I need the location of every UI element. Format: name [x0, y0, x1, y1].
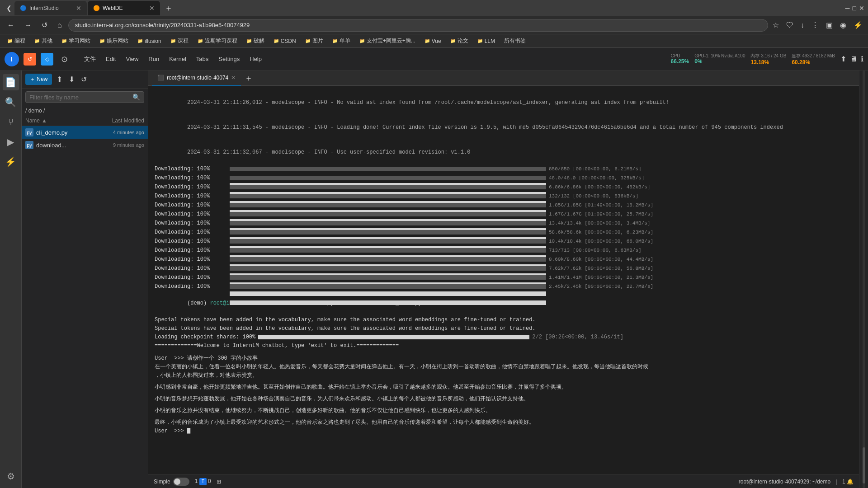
menu-dots-icon[interactable]: ⋮: [810, 19, 821, 31]
scrollbar-track[interactable]: [863, 70, 865, 488]
bookmark-label: 近期学习课程: [205, 37, 237, 45]
bookmark-item[interactable]: 📁 Vue: [421, 37, 445, 45]
file-item-cli-demo[interactable]: py cli_demo.py 4 minutes ago: [22, 126, 148, 139]
terminal-tab-close[interactable]: ✕: [231, 75, 236, 81]
add-terminal-button[interactable]: ＋: [241, 73, 256, 84]
terminal-user-input: User >>> 请创作一个 300 字的小故事: [155, 354, 853, 362]
nav-home-button[interactable]: ⌂: [54, 19, 66, 31]
bookmark-label: 学习网站: [69, 37, 90, 45]
terminal-output-2: Special tokens have been added in the vo…: [155, 324, 853, 333]
terminal-content: 2024-03-31 21:11:26,012 - modelscope - I…: [148, 86, 859, 474]
upload-icon[interactable]: ⬆: [840, 55, 846, 63]
storage-status: 显存 4932 / 8182 MiB 60.28%: [792, 53, 835, 66]
new-tab-button[interactable]: ＋: [161, 1, 176, 15]
tab-nav-back[interactable]: ❮: [4, 3, 14, 14]
bookmark-label: CSDN: [281, 38, 296, 44]
bookmark-label: 课程: [178, 37, 189, 45]
tab-close-webide[interactable]: ✕: [149, 5, 155, 12]
bookmark-label: 论文: [458, 37, 468, 45]
new-file-button[interactable]: ＋ New: [25, 74, 52, 85]
address-bar[interactable]: [68, 19, 768, 32]
file-icon-py: py: [25, 128, 33, 136]
status-notifications: 1: [842, 479, 845, 485]
bookmark-item[interactable]: 📁 其他: [31, 36, 56, 46]
info-icon[interactable]: ℹ: [861, 55, 863, 63]
download-icon[interactable]: ↓: [799, 19, 806, 31]
tab-webide[interactable]: 🟠 WebIDE ✕: [88, 1, 160, 15]
shield-icon[interactable]: 🛡: [784, 19, 795, 31]
menu-settings[interactable]: Settings: [214, 54, 244, 64]
download-button[interactable]: ⬇: [67, 73, 76, 85]
sidebar: ＋ New ⬆ ⬇ ↺ 🔍 / demo / Name ▲ Last Mod: [22, 70, 148, 488]
file-item-download[interactable]: py download... 9 minutes ago: [22, 139, 148, 151]
window-minimize[interactable]: ─: [845, 5, 850, 12]
menu-tabs[interactable]: Tabs: [192, 54, 213, 64]
bookmark-item[interactable]: 📁 近期学习课程: [194, 36, 241, 46]
ide-logo-intern: I: [5, 52, 19, 66]
tab-close-internstudie[interactable]: ✕: [76, 5, 81, 12]
menu-view[interactable]: View: [121, 54, 143, 64]
bookmark-item[interactable]: 📁 课程: [167, 36, 192, 46]
mode-toggle[interactable]: Simple: [154, 478, 189, 486]
bookmark-label: 支付宝+阿里云+腾...: [367, 37, 415, 45]
mode-label: Simple: [154, 479, 170, 485]
menu-edit[interactable]: Edit: [101, 54, 120, 64]
upload-button[interactable]: ⬆: [55, 73, 64, 85]
activity-source[interactable]: ⑂: [3, 114, 19, 130]
status-right: root@intern-studio-40074929: ~/demo | 1 …: [739, 479, 854, 485]
scrollbar-thumb[interactable]: [863, 447, 865, 483]
bookmark-label: 图片: [312, 37, 323, 45]
activity-extensions[interactable]: ⚡: [3, 154, 19, 170]
column-name[interactable]: Name ▲: [25, 117, 85, 124]
bookmarks-bar: 📁 编程 📁 其他 📁 学习网站 📁 娱乐网站 📁 illusion 📁 课程 …: [0, 34, 868, 48]
bookmark-item[interactable]: 📁 娱乐网站: [96, 36, 132, 46]
window-close[interactable]: ✕: [859, 5, 864, 12]
sidebar-toggle-icon[interactable]: ▣: [824, 19, 835, 31]
bookmark-item[interactable]: 📁 图片: [302, 36, 327, 46]
nav-refresh-button[interactable]: ↺: [38, 19, 51, 31]
refresh-button[interactable]: ↺: [79, 73, 89, 85]
main-content: ⬛ root@intern-studio-40074 ✕ ＋ 2024-03-3…: [148, 70, 859, 488]
terminal-tab-main[interactable]: ⬛ root@intern-studio-40074 ✕: [152, 70, 241, 86]
breadcrumb-text: / demo /: [25, 108, 45, 114]
ide-status-bar: Simple 1 T 0 ⊞ root@intern-studio-4007: [148, 474, 859, 488]
file-modified: 4 minutes ago: [85, 130, 144, 135]
filter-input[interactable]: [29, 94, 130, 101]
cpu-status: CPU 66.25%: [670, 53, 689, 65]
nav-forward-button[interactable]: →: [21, 19, 35, 31]
bookmark-item[interactable]: 📁 CSDN: [270, 37, 300, 45]
bookmark-label: 单单: [340, 37, 350, 45]
menu-run[interactable]: Run: [144, 54, 164, 64]
menu-kernel[interactable]: Kernel: [165, 54, 191, 64]
bookmark-all[interactable]: 所有书签: [500, 36, 529, 46]
bookmark-item[interactable]: 📁 单单: [329, 36, 354, 46]
gpu-label: GPU-1: 10% Nvidia A100: [694, 53, 745, 58]
status-icon-grid: ⊞: [217, 479, 221, 485]
profile-icon[interactable]: ◉: [838, 19, 848, 31]
bookmark-item[interactable]: 📁 破解: [243, 36, 268, 46]
search-icon: 🔍: [132, 94, 140, 101]
menu-file[interactable]: 文件: [80, 53, 100, 65]
bookmark-item[interactable]: 📁 支付宝+阿里云+腾...: [356, 36, 419, 46]
ide-logo-orange: ↺: [24, 53, 36, 66]
bookmark-item[interactable]: 📁 编程: [4, 36, 29, 46]
tab-internstudie[interactable]: 🔵 InternStudio ✕: [14, 1, 87, 15]
menu-help[interactable]: Help: [245, 54, 266, 64]
activity-files[interactable]: 📄: [3, 74, 19, 90]
mem-label: 内存 3.16 / 24 GB: [750, 53, 786, 59]
bookmark-item[interactable]: 📁 学习网站: [58, 36, 94, 46]
bookmark-icon[interactable]: ☆: [771, 19, 781, 31]
bookmark-item[interactable]: 📁 论文: [447, 36, 472, 46]
activity-search[interactable]: 🔍: [3, 94, 19, 110]
terminal-story-4: 小明的音乐之旅并没有结束，他继续努力，不断挑战自己，创造更多好听的歌曲。他的音乐…: [155, 407, 853, 415]
window-maximize[interactable]: □: [853, 5, 856, 12]
bookmark-item[interactable]: 📁 illusion: [134, 37, 165, 45]
activity-debug[interactable]: ▶: [3, 134, 19, 150]
activity-settings[interactable]: ⚙: [3, 468, 19, 484]
cpu-label: CPU: [670, 53, 680, 58]
toggle-switch[interactable]: [173, 478, 189, 486]
nav-back-button[interactable]: ←: [4, 19, 18, 31]
screen-icon[interactable]: 🖥: [850, 55, 857, 63]
extensions-icon[interactable]: ⚡: [852, 19, 864, 31]
bookmark-item[interactable]: 📁 LLM: [474, 37, 499, 45]
